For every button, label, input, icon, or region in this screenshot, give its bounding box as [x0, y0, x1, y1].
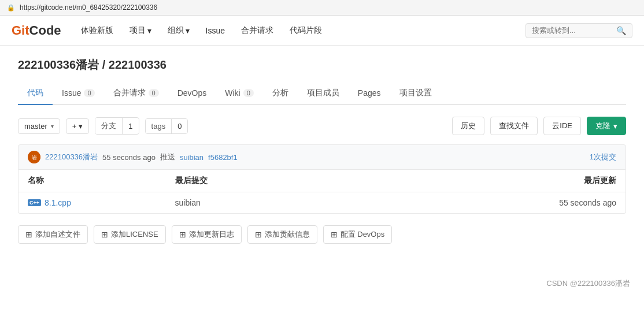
search-button[interactable]: 🔍: [616, 26, 626, 35]
add-contributing-button[interactable]: ⊞ 添加贡献信息: [247, 225, 317, 244]
logo-git: Git: [12, 23, 29, 38]
browser-bar: 🔒 https://gitcode.net/m0_68425320/222100…: [0, 0, 644, 16]
history-button[interactable]: 历史: [452, 117, 484, 135]
plus-icon: ⊞: [179, 230, 186, 239]
branches-stat[interactable]: 分支 1: [95, 117, 139, 135]
plus-icon: ⊞: [25, 230, 32, 239]
nav-item-issue[interactable]: Issue: [205, 24, 226, 38]
browser-url: https://gitcode.net/m0_68425320/22210033…: [20, 3, 157, 12]
col-name: 名称: [28, 176, 175, 186]
avatar: 岩: [28, 151, 40, 163]
tab-devops[interactable]: DevOps: [168, 82, 216, 105]
nav-item-orgs[interactable]: 组织 ▾: [166, 23, 191, 38]
tab-bar: 代码 Issue 0 合并请求 0 DevOps Wiki 0 分析 项目成员 …: [18, 82, 626, 105]
logo[interactable]: GitCode: [12, 23, 61, 38]
nav-item-experience[interactable]: 体验新版: [80, 23, 114, 38]
commit-time: 55 seconds ago: [102, 153, 156, 162]
file-table-header: 名称 最后提交 最后更新: [18, 170, 626, 192]
branch-chevron-icon: ▾: [51, 123, 54, 129]
push-text: 推送: [160, 152, 175, 162]
add-license-button[interactable]: ⊞ 添加LICENSE: [94, 225, 166, 244]
tab-pages[interactable]: Pages: [349, 82, 390, 105]
tags-count: 0: [172, 119, 187, 133]
file-name-cell[interactable]: C++ 8.1.cpp: [28, 198, 175, 207]
svg-text:岩: 岩: [32, 155, 37, 161]
page-content: 222100336潘岩 / 222100336 代码 Issue 0 合并请求 …: [4, 46, 640, 273]
search-input[interactable]: [532, 26, 613, 35]
top-nav: GitCode 体验新版 项目 ▾ 组织 ▾ Issue 合并请求 代码片段 🔍: [0, 16, 644, 46]
commit-author[interactable]: 222100336潘岩: [45, 152, 98, 162]
plus-icon: ⊞: [101, 230, 108, 239]
nav-item-projects[interactable]: 项目 ▾: [128, 23, 153, 38]
logo-code: Code: [29, 23, 61, 38]
issue-badge: 0: [84, 89, 94, 97]
plus-icon: ⊞: [331, 230, 338, 239]
tab-members[interactable]: 项目成员: [298, 82, 349, 105]
tab-settings[interactable]: 项目设置: [390, 82, 441, 105]
tags-label: tags: [146, 119, 172, 133]
tab-code[interactable]: 代码: [18, 82, 53, 105]
tab-analysis[interactable]: 分析: [263, 82, 298, 105]
ide-button[interactable]: 云IDE: [543, 117, 581, 135]
branch-link[interactable]: suibian: [180, 153, 203, 162]
file-commit-msg: suibian: [175, 198, 469, 207]
clone-button[interactable]: 克隆 ▾: [587, 117, 626, 135]
action-buttons: ⊞ 添加自述文件 ⊞ 添加LICENSE ⊞ 添加更新日志 ⊞ 添加贡献信息 ⊞…: [18, 225, 626, 244]
clone-arrow-icon: ▾: [613, 122, 617, 131]
page-title: 222100336潘岩 / 222100336: [18, 57, 626, 73]
commit-bar: 岩 222100336潘岩 55 seconds ago 推送 suibian …: [18, 144, 626, 170]
footer: CSDN @222100336潘岩: [0, 273, 644, 298]
avatar-image: 岩: [28, 151, 40, 163]
tags-stat[interactable]: tags 0: [145, 118, 188, 134]
branch-selector[interactable]: master ▾: [18, 118, 60, 134]
add-button[interactable]: + ▾: [66, 118, 90, 134]
plus-icon: ⊞: [255, 230, 262, 239]
chevron-down-icon: ▾: [186, 26, 190, 35]
nav-item-snippets[interactable]: 代码片段: [288, 23, 323, 38]
col-last-commit: 最后提交: [175, 176, 469, 186]
tab-merge-request[interactable]: 合并请求 0: [104, 82, 168, 105]
add-changelog-button[interactable]: ⊞ 添加更新日志: [172, 225, 242, 244]
wiki-badge: 0: [243, 89, 254, 97]
footer-text: CSDN @222100336潘岩: [546, 279, 630, 288]
tab-wiki[interactable]: Wiki 0: [216, 82, 263, 105]
cpp-icon: C++: [28, 199, 41, 206]
owner-link[interactable]: 222100336潘岩: [18, 58, 102, 71]
merge-badge: 0: [149, 89, 159, 97]
file-last-update: 55 seconds ago: [469, 198, 617, 207]
branches-label: 分支: [95, 118, 123, 134]
nav-item-merge[interactable]: 合并请求: [240, 23, 275, 38]
find-file-button[interactable]: 查找文件: [490, 117, 538, 135]
branches-count: 1: [123, 119, 138, 133]
commit-count[interactable]: 1次提交: [590, 152, 616, 162]
file-table: 名称 最后提交 最后更新 C++ 8.1.cpp suibian 55 seco…: [18, 170, 626, 214]
tab-issue[interactable]: Issue 0: [53, 82, 104, 105]
toolbar: master ▾ + ▾ 分支 1 tags 0 历史 查找文件 云IDE 克隆…: [18, 117, 626, 135]
file-name: 8.1.cpp: [45, 198, 71, 207]
config-devops-button[interactable]: ⊞ 配置 DevOps: [323, 225, 393, 244]
col-last-update: 最后更新: [469, 176, 617, 186]
search-box[interactable]: 🔍: [525, 23, 632, 38]
branch-name: master: [24, 122, 47, 131]
chevron-down-icon: ▾: [147, 26, 151, 35]
repo-link[interactable]: 222100336: [109, 58, 166, 71]
lock-icon: 🔒: [7, 4, 15, 12]
commit-hash-link[interactable]: f5682bf1: [208, 153, 238, 162]
add-readme-button[interactable]: ⊞ 添加自述文件: [18, 225, 88, 244]
table-row: C++ 8.1.cpp suibian 55 seconds ago: [18, 192, 626, 213]
